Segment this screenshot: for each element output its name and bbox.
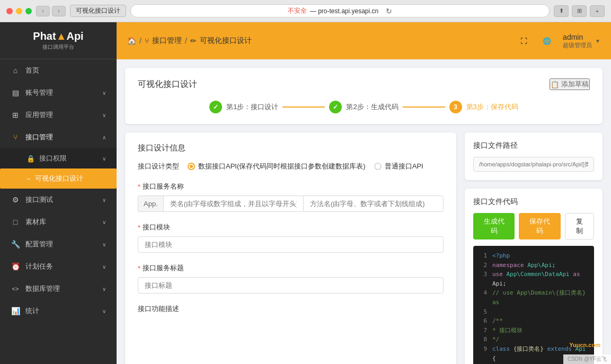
form-group-module: * 接口模块	[138, 223, 444, 253]
sidebar-item-label: 数据库管理	[25, 284, 102, 294]
header-right: ⛶ 🌐 admin 超级管理员 ▼	[516, 33, 600, 49]
url-bar[interactable]: 不安全 — pro-test.api.yesapi.cn ↻	[130, 4, 550, 17]
breadcrumb-visual: 可视化接口设计	[200, 36, 252, 46]
generate-button[interactable]: 生成代码	[473, 213, 515, 239]
sidebar-item-label: 统计	[25, 306, 102, 316]
forward-button[interactable]: ›	[52, 6, 66, 16]
main-content: 可视化接口设计 📋 添加草稿 ✓ 第1步：接口设计 ✓ 第2步：生成	[117, 59, 611, 364]
sidebar-sub-label: 接口权限	[39, 154, 67, 163]
new-tab-button[interactable]: ⊞	[572, 5, 587, 17]
api-type-label: 接口设计类型	[138, 162, 179, 171]
share-button[interactable]: ⬆	[554, 5, 569, 17]
breadcrumb-interface: 接口管理	[152, 36, 182, 46]
code-line: 4 // use App\Domain\{接口类名} as	[479, 288, 589, 307]
chevron-down-icon: ∨	[102, 112, 106, 118]
sidebar-item-database[interactable]: <> 数据库管理 ∨	[0, 278, 117, 300]
sidebar-item-app[interactable]: ⊞ 应用管理 ∨	[0, 104, 117, 126]
logo-text: Phat▲Api	[33, 30, 83, 42]
user-info[interactable]: admin 超级管理员 ▼	[563, 33, 600, 49]
maximize-button[interactable]	[25, 8, 32, 14]
sidebar-item-account[interactable]: ▤ 账号管理 ∨	[0, 82, 117, 104]
wrench-icon: 🔧	[11, 240, 20, 248]
label-text: 接口服务名称	[143, 182, 184, 191]
sidebar-item-visual-design[interactable]: ~ 可视化接口设计	[0, 168, 117, 189]
sidebar-item-stats[interactable]: 📊 统计 ∨	[0, 300, 117, 322]
account-icon: ▤	[11, 88, 20, 97]
save-code-button[interactable]: 保存代码	[519, 213, 560, 239]
page-header-card: 可视化接口设计 📋 添加草稿 ✓ 第1步：接口设计 ✓ 第2步：生成	[125, 68, 603, 124]
chevron-up-icon: ∧	[102, 135, 106, 140]
reload-button[interactable]: ↻	[386, 7, 392, 15]
steps-bar: ✓ 第1步：接口设计 ✓ 第2步：生成代码 3 第3步：保存代码	[138, 101, 590, 113]
form-group-func-desc: 接口功能描述	[138, 304, 444, 314]
sidebar-item-interface-test[interactable]: ⚙ 接口测试 ∨	[0, 189, 117, 211]
sidebar-item-material[interactable]: □ 素材库 ∨	[0, 211, 117, 233]
sidebar-item-schedule[interactable]: ⏰ 计划任务 ∨	[0, 255, 117, 278]
breadcrumb-icon: ✏	[190, 37, 197, 45]
insecure-label: 不安全	[288, 6, 307, 15]
copy-button[interactable]: 复制	[565, 213, 594, 239]
breadcrumb-icon: ⑂	[145, 37, 149, 45]
step-1-circle: ✓	[209, 101, 222, 113]
user-role: 超级管理员	[563, 41, 592, 49]
add-tab-button[interactable]: +	[590, 5, 605, 17]
design-form: 接口设计信息 接口设计类型 数据接口API(保存代码同时根据接口参数创建数据库表…	[125, 132, 456, 364]
required-star: *	[138, 264, 140, 272]
gear-icon: ⚙	[11, 196, 20, 204]
method-name-input[interactable]	[303, 196, 444, 212]
chevron-down-icon: ∨	[102, 264, 106, 270]
code-actions: 生成代码 保存代码 复制	[473, 213, 594, 239]
minimize-button[interactable]	[16, 8, 22, 14]
breadcrumb-sep: /	[185, 37, 187, 45]
interface-icon: ⑂	[11, 133, 20, 141]
chevron-down-icon: ∨	[102, 242, 106, 247]
watermark: Yuucn.com	[569, 342, 600, 348]
code-line: 3 use App\Common\DataApi as Api;	[479, 270, 589, 288]
sidebar-item-interface[interactable]: ⑂ 接口管理 ∧	[0, 126, 117, 148]
file-code-card: 接口文件代码 生成代码 保存代码 复制 1 <?php	[465, 189, 603, 364]
clock-icon: ⏰	[11, 262, 20, 271]
traffic-lights	[6, 8, 32, 14]
close-button[interactable]	[6, 8, 13, 14]
api-type-row: 接口设计类型 数据接口API(保存代码同时根据接口参数创建数据库表) 普通接口A…	[138, 162, 444, 171]
url-text: — pro-test.api.yesapi.cn	[310, 7, 378, 15]
file-path-title: 接口文件路径	[473, 141, 594, 150]
browser-tab[interactable]: 可视化接口设计	[70, 5, 126, 17]
sidebar-item-label: 接口测试	[25, 195, 102, 205]
label-text: 接口模块	[143, 223, 170, 232]
sidebar-item-config[interactable]: 🔧 配置管理 ∨	[0, 233, 117, 255]
nav-buttons: ‹ ›	[36, 6, 66, 16]
user-name: admin	[563, 33, 592, 41]
sidebar: Phat▲Api 接口调用平台 ⌂ 首页 ▤ 账号管理 ∨ ⊞ 应用管理 ∨	[0, 22, 117, 364]
sidebar-item-label: 账号管理	[25, 88, 102, 97]
form-label-service-title: * 接口服务标题	[138, 263, 444, 273]
service-name-row: App.	[138, 196, 444, 212]
visual-icon: ~	[26, 175, 31, 183]
class-name-input[interactable]	[163, 196, 303, 212]
page-header-top: 可视化接口设计 📋 添加草稿	[138, 78, 590, 90]
sidebar-item-home[interactable]: ⌂ 首页	[0, 59, 117, 82]
lock-icon: 🔒	[26, 155, 35, 163]
globe-button[interactable]: 🌐	[539, 33, 554, 48]
form-group-service-name: * 接口服务名称 App.	[138, 182, 444, 212]
file-path-input	[473, 157, 594, 172]
sidebar-item-label: 首页	[25, 66, 106, 75]
radio-data-api[interactable]: 数据接口API(保存代码同时根据接口参数创建数据库表)	[188, 162, 366, 171]
chevron-down-icon: ∨	[102, 219, 106, 225]
service-title-input[interactable]	[138, 277, 444, 294]
radio-normal-api[interactable]: 普通接口API	[374, 162, 423, 171]
step-1-label: 第1步：接口设计	[226, 102, 278, 112]
sidebar-item-label: 应用管理	[25, 110, 102, 120]
draft-button[interactable]: 📋 添加草稿	[550, 78, 590, 90]
code-line: 6 /**	[479, 316, 589, 326]
sidebar-item-interface-perm[interactable]: 🔒 接口权限 ∨	[0, 148, 117, 168]
module-input[interactable]	[138, 236, 444, 253]
chevron-down-icon: ∨	[102, 156, 106, 162]
sidebar-logo: Phat▲Api 接口调用平台	[0, 22, 117, 59]
form-group-service-title: * 接口服务标题	[138, 263, 444, 294]
radio-label-normal: 普通接口API	[385, 162, 423, 171]
back-button[interactable]: ‹	[36, 6, 50, 16]
required-star: *	[138, 224, 140, 232]
code-line: 2 namespace App\Api;	[479, 261, 589, 270]
fullscreen-button[interactable]: ⛶	[516, 33, 531, 48]
